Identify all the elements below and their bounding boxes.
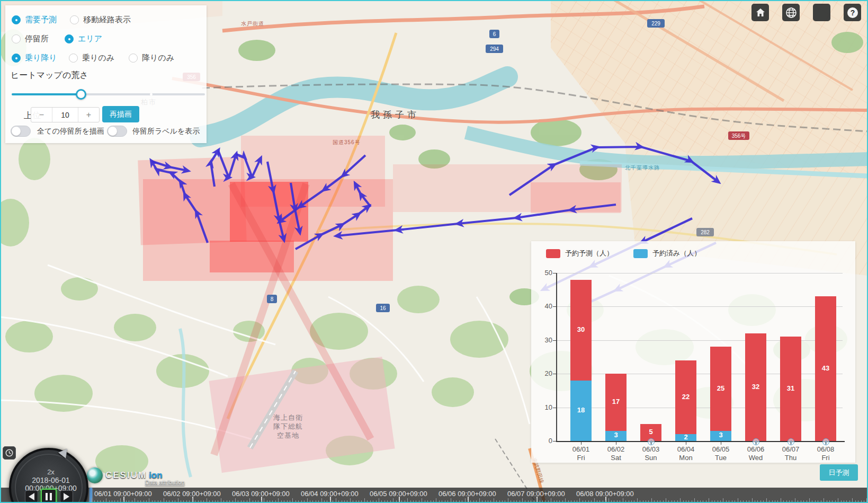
radio-row-mode: 需要予測移動経路表示	[5, 15, 207, 27]
stepper-plus-button[interactable]: +	[78, 108, 99, 122]
timeline-tick	[109, 500, 110, 502]
timeline-tick	[287, 500, 288, 502]
slider-handle[interactable]	[76, 89, 86, 100]
timeline-tick	[554, 500, 554, 502]
radio-layer-エリア[interactable]: エリア	[65, 34, 102, 44]
timeline-tick	[172, 500, 173, 502]
timeline-tick	[138, 500, 138, 502]
radio-layer-停留所[interactable]: 停留所	[12, 34, 49, 44]
x-tick-mark	[686, 442, 686, 445]
timeline-tick	[272, 500, 273, 502]
timeline-tick	[249, 498, 250, 502]
timeline-tick	[146, 500, 147, 502]
timeline-tick	[152, 500, 153, 502]
timeline-tick	[301, 500, 302, 502]
timeline-tick	[540, 500, 540, 502]
timeline-tick	[479, 498, 480, 502]
y-tick-label: 10	[532, 403, 552, 411]
radio-mode-需要予測[interactable]: 需要予測	[12, 15, 57, 25]
reservation-forecast-chart-panel: 予約予測（人）予約済み（人） 01020304050183006/01 Fri3…	[531, 241, 855, 463]
timeline-tick	[545, 500, 545, 502]
timeline-tick	[436, 498, 436, 502]
timeline-tick	[120, 498, 121, 502]
timeline-tick	[846, 500, 847, 502]
timeline-tick	[525, 500, 525, 502]
radio-mode-移動経路表示[interactable]: 移動経路表示	[70, 15, 131, 25]
timeline-tick	[439, 500, 440, 502]
blank-button[interactable]	[813, 4, 830, 21]
x-tick-mark	[581, 442, 581, 445]
timeline-tick	[542, 500, 543, 502]
map-label: 隊下総航	[273, 422, 303, 430]
timeline-tick	[390, 500, 391, 502]
road-shield-number: 294	[490, 46, 499, 52]
help-button[interactable]: ?	[844, 4, 861, 21]
timeline-tick	[688, 500, 689, 502]
layer-control-panel: 需要予測移動経路表示停留所エリア乗り降り乗りのみ降りのみ ヒートマップの荒さ 上…	[5, 5, 207, 143]
timeline-tick	[706, 500, 706, 502]
daily-forecast-button[interactable]: 日予測	[820, 464, 858, 481]
timeline-tick	[470, 500, 471, 502]
timeline-tick	[462, 500, 462, 502]
timeline-tick	[709, 498, 709, 502]
timeline-tick	[588, 500, 589, 502]
timeline-tick	[746, 500, 747, 502]
radio-dot	[12, 54, 21, 63]
timeline-tick	[401, 500, 402, 502]
help-icon: ?	[846, 6, 859, 19]
cesium-timeline[interactable]: 06/01 09:00+09:0006/02 09:00+09:0006/03 …	[0, 488, 868, 503]
home-button[interactable]	[751, 4, 769, 21]
timeline-tick	[597, 500, 597, 502]
timeline-tick	[350, 498, 351, 502]
radio-ride-降りのみ[interactable]: 降りのみ	[129, 53, 174, 63]
timeline-tick	[192, 498, 193, 502]
timeline-tick	[749, 500, 749, 502]
heatmap-roughness-slider[interactable]	[12, 93, 205, 95]
timeline-tick	[692, 500, 692, 502]
timeline-tick	[431, 500, 431, 502]
toggle-全ての停留所を描画[interactable]	[11, 126, 31, 137]
timeline-tick	[683, 500, 684, 502]
play-forward-button[interactable]	[60, 490, 73, 503]
timeline-tick	[672, 500, 672, 502]
data-attribution-link[interactable]: Data attribution	[145, 479, 185, 486]
play-reverse-button[interactable]	[25, 490, 38, 503]
redraw-button[interactable]: 再描画	[102, 106, 139, 122]
timeline-tick	[714, 500, 715, 502]
timeline-tick	[631, 500, 632, 502]
timeline-tick	[866, 498, 867, 502]
toggle-停留所ラベルを表示[interactable]	[107, 126, 127, 137]
timeline-tick	[777, 500, 778, 502]
road-shield-number: 229	[651, 21, 660, 27]
timeline-tick	[508, 498, 508, 502]
timeline-tick	[634, 500, 634, 502]
radio-ride-乗り降り[interactable]: 乗り降り	[12, 53, 57, 63]
radio-ride-乗りのみ[interactable]: 乗りのみ	[69, 53, 114, 63]
timeline-tick	[651, 498, 652, 502]
timeline-tick	[312, 500, 313, 502]
timeline-tick	[456, 500, 457, 502]
timeline-tick	[625, 500, 626, 502]
timeline-tick	[342, 500, 342, 502]
timeline-tick	[476, 500, 477, 502]
pause-button[interactable]	[41, 489, 57, 503]
timeline-tick	[367, 500, 368, 502]
timeline-tick	[849, 500, 850, 502]
bar-value-forecast: 31	[780, 384, 801, 392]
globe-button[interactable]	[782, 4, 800, 21]
timeline-tick	[852, 498, 853, 502]
realtime-clock-button[interactable]	[3, 446, 16, 460]
timeline-tick	[189, 500, 190, 502]
timeline-tick	[212, 500, 213, 502]
bar-value-forecast: 5	[640, 428, 661, 436]
timeline-tick	[292, 498, 293, 502]
timeline-tick	[798, 500, 798, 502]
timeline-tick	[516, 500, 517, 502]
y-tick-label: 40	[532, 302, 552, 310]
timeline-tick	[614, 500, 614, 502]
top-n-input[interactable]	[52, 108, 78, 122]
timeline-tick	[738, 498, 738, 502]
clock-icon	[5, 449, 13, 457]
timeline-tick	[680, 498, 681, 502]
stepper-minus-button[interactable]: −	[31, 108, 52, 122]
